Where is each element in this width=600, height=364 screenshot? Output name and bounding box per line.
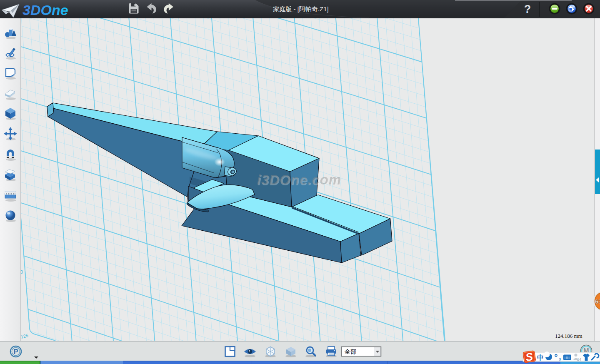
svg-text:P: P xyxy=(14,348,18,355)
svg-text:全部: 全部 xyxy=(345,348,356,355)
svg-text:124.186 mm: 124.186 mm xyxy=(555,333,582,339)
svg-text:i3DOne.com: i3DOne.com xyxy=(257,172,342,187)
svg-text:?: ? xyxy=(524,3,531,15)
svg-text:3DOne: 3DOne xyxy=(22,2,68,18)
svg-text:125: 125 xyxy=(20,333,29,339)
svg-text:M: M xyxy=(583,347,589,354)
svg-text:家庭版 - [阿帕奇.Z1]: 家庭版 - [阿帕奇.Z1] xyxy=(273,5,328,12)
